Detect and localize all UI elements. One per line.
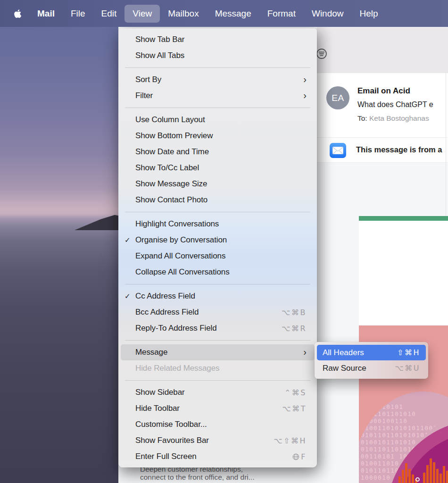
submenu-arrow-icon: ›: [303, 91, 307, 100]
sender-name: Email on Acid: [357, 86, 410, 96]
menu-item-cc-address-field[interactable]: Cc Address Field: [121, 288, 315, 304]
window-toolbar: [317, 27, 448, 73]
chart-bar: [430, 458, 432, 483]
menu-item-collapse-all-conversations[interactable]: Collapse All Conversations: [121, 264, 315, 280]
checkmark-icon: [124, 236, 135, 244]
view-menu: Show Tab BarShow All TabsSort By›Filter›…: [118, 28, 317, 467]
menu-item-label: Highlight Conversations: [135, 219, 307, 229]
menubar-item-mailbox[interactable]: Mailbox: [160, 5, 207, 23]
chart-bar: [402, 470, 404, 483]
menu-item-show-date-and-time[interactable]: Show Date and Time: [121, 144, 315, 160]
submenu-item-label: All Headers: [323, 348, 397, 358]
menu-item-label: Expand All Conversations: [135, 251, 307, 261]
submenu-arrow-icon: ›: [303, 347, 307, 357]
menu-separator: [125, 380, 310, 381]
menu-item-organise-by-conversation[interactable]: Organise by Conversation: [121, 232, 315, 248]
chart-bar: [405, 463, 407, 483]
menubar-item-edit[interactable]: Edit: [93, 5, 125, 23]
menu-item-label: Sort By: [135, 75, 303, 84]
menu-item-show-all-tabs[interactable]: Show All Tabs: [121, 48, 315, 64]
submenu-item-label: Raw Source: [323, 364, 395, 373]
menu-item-hide-related-messages: Hide Related Messages: [121, 360, 315, 376]
chart-bar: [436, 469, 439, 483]
menu-item-highlight-conversations[interactable]: Highlight Conversations: [121, 216, 315, 232]
menu-separator: [125, 212, 310, 212]
menu-item-label: Show To/Cc Label: [135, 163, 307, 173]
menu-item-label: Filter: [135, 91, 303, 100]
menu-item-reply-to-address-field[interactable]: Reply-To Address Field⌥⌘R: [121, 320, 315, 336]
menu-item-show-bottom-preview[interactable]: Show Bottom Preview: [121, 128, 315, 144]
remote-content-banner: This message is from a: [317, 137, 448, 163]
message-header: EA Email on Acid What does ChatGPT e To:…: [317, 73, 448, 137]
menubar-item-format[interactable]: Format: [259, 5, 304, 23]
menubar-item-file[interactable]: File: [63, 5, 93, 23]
globe-icon: [292, 453, 299, 460]
menu-item-shortcut: ⌥⌘R: [282, 324, 307, 333]
chart-bar: [440, 474, 442, 483]
apple-logo-icon: [14, 9, 22, 18]
menu-item-sort-by[interactable]: Sort By›: [121, 72, 315, 88]
chart-bar: [446, 471, 448, 483]
menu-item-show-favourites-bar[interactable]: Show Favourites Bar⌥⇧⌘H: [121, 433, 315, 449]
menu-item-label: Hide Related Messages: [135, 364, 307, 373]
menu-item-label: Show Message Size: [135, 179, 307, 189]
chart-bar: [412, 475, 414, 483]
email-footer-line2: connect to the front office, and dri...: [140, 473, 329, 481]
menu-item-label: Show Date and Time: [135, 147, 307, 157]
apple-menu[interactable]: [0, 9, 29, 18]
sender-avatar: EA: [326, 86, 349, 109]
menu-item-show-tab-bar[interactable]: Show Tab Bar: [121, 32, 315, 48]
menu-item-shortcut: ⌃⌘S: [284, 388, 307, 397]
menu-item-label: Show Contact Photo: [135, 195, 307, 205]
menubar-item-window[interactable]: Window: [304, 5, 352, 23]
menu-item-shortcut: F: [292, 452, 307, 461]
to-row: To: Keta Bostoghanas: [357, 114, 429, 123]
menu-item-show-sidebar[interactable]: Show Sidebar⌃⌘S: [121, 384, 315, 400]
menu-item-label: Show Tab Bar: [135, 35, 307, 44]
checkmark-icon: [124, 292, 135, 300]
menubar-item-message[interactable]: Message: [207, 5, 259, 23]
menu-item-message[interactable]: Message›: [121, 344, 315, 360]
chart-bar: [408, 469, 411, 483]
email-footer-text: Deepen customer relationships, connect t…: [140, 465, 329, 481]
menu-item-filter[interactable]: Filter›: [121, 88, 315, 104]
recipient-name-text[interactable]: Keta Bostoghanas: [369, 114, 429, 122]
menu-item-label: Use Column Layout: [135, 115, 307, 125]
bar-chart-graphic: [398, 458, 448, 483]
submenu-item-raw-source[interactable]: Raw Source⌥⌘U: [317, 360, 426, 376]
submenu-item-all-headers[interactable]: All Headers⇧⌘H: [317, 345, 426, 360]
menubar-item-help[interactable]: Help: [352, 5, 386, 23]
menu-item-label: Show Favourites Bar: [135, 436, 274, 445]
submenu-item-shortcut: ⌥⌘U: [395, 364, 420, 373]
menu-item-label: Customise Toolbar...: [135, 420, 307, 429]
menu-item-label: Message: [135, 348, 303, 357]
menu-item-label: Hide Toolbar: [135, 404, 282, 413]
filter-icon[interactable]: [315, 47, 328, 60]
email-green-bar: [359, 216, 448, 221]
chart-bar: [423, 473, 425, 483]
menu-item-expand-all-conversations[interactable]: Expand All Conversations: [121, 248, 315, 264]
menu-item-hide-toolbar[interactable]: Hide Toolbar⌥⌘T: [121, 400, 315, 416]
submenu-arrow-icon: ›: [303, 75, 307, 84]
chart-bar: [443, 466, 445, 483]
mail-app-icon: [330, 143, 346, 158]
menubar-item-view[interactable]: View: [124, 5, 160, 23]
menu-item-customise-toolbar[interactable]: Customise Toolbar...: [121, 416, 315, 433]
message-submenu: All Headers⇧⌘HRaw Source⌥⌘U: [315, 342, 428, 379]
menu-bar: MailFileEditViewMailboxMessageFormatWind…: [0, 0, 448, 27]
menu-item-enter-full-screen[interactable]: Enter Full ScreenF: [121, 449, 315, 465]
menubar-item-mail[interactable]: Mail: [29, 5, 63, 23]
chart-bar: [433, 462, 435, 483]
banner-text: This message is from a: [356, 145, 442, 154]
menu-item-label: Show All Tabs: [135, 51, 307, 60]
menu-separator: [125, 67, 310, 68]
menu-item-show-contact-photo[interactable]: Show Contact Photo: [121, 192, 315, 208]
screen: EA Email on Acid What does ChatGPT e To:…: [0, 0, 448, 483]
menu-item-label: Enter Full Screen: [135, 452, 292, 461]
menu-item-shortcut: ⌥⌘T: [282, 404, 307, 413]
menu-item-show-to-cc-label[interactable]: Show To/Cc Label: [121, 160, 315, 176]
menu-item-shortcut: ⌥⇧⌘H: [274, 436, 307, 445]
menu-item-show-message-size[interactable]: Show Message Size: [121, 176, 315, 192]
menu-item-bcc-address-field[interactable]: Bcc Address Field⌥⌘B: [121, 304, 315, 320]
menu-item-use-column-layout[interactable]: Use Column Layout: [121, 112, 315, 128]
